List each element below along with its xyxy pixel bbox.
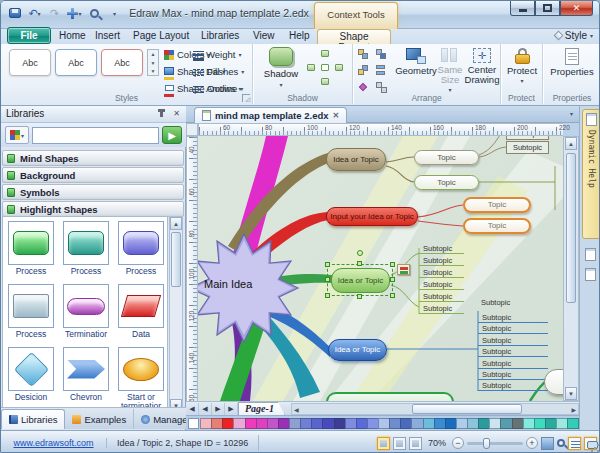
bring-to-front-icon[interactable] (358, 49, 371, 62)
close-panel-icon[interactable]: ✕ (170, 108, 183, 120)
shadow-button[interactable]: Shadow ▾ (258, 47, 304, 99)
dashes-button[interactable]: Dashes▾ (193, 66, 244, 77)
green-subtopic[interactable]: Subtopic (419, 291, 464, 302)
help-page-icon[interactable] (585, 248, 596, 261)
scroll-up-icon[interactable]: ▲ (565, 137, 577, 150)
blue-subtopic[interactable]: Subtopic (478, 323, 548, 334)
blue-subtopic[interactable]: Subtopic (478, 346, 548, 357)
redo-icon[interactable]: ↷ (46, 5, 63, 21)
selection-handle[interactable] (390, 293, 395, 298)
node-topic-2[interactable]: Topic (414, 175, 479, 190)
tab-insert[interactable]: Insert (89, 29, 126, 44)
node-idea-or-topic-tan[interactable]: Idea or Topic (326, 148, 386, 171)
library-go-button[interactable]: ▶ (162, 126, 182, 144)
tab-libraries-panel[interactable]: Libraries (1, 409, 65, 429)
scrollbar-thumb[interactable] (566, 153, 576, 303)
scroll-up-icon[interactable]: ▲ (151, 51, 156, 57)
node-input-idea-topic[interactable]: Input your Idea or Topic (326, 207, 418, 226)
selection-handle[interactable] (390, 262, 395, 267)
properties-button[interactable]: Properties (547, 48, 597, 77)
section-symbols[interactable]: Symbols (2, 184, 184, 200)
print-preview-icon[interactable] (86, 5, 103, 21)
help-page-icon[interactable] (585, 268, 596, 281)
blue-subtopic[interactable]: Subtopic (478, 335, 548, 346)
section-highlight-shapes[interactable]: Highlight Shapes (2, 201, 184, 217)
node-topic-3[interactable]: Topic (463, 197, 531, 213)
rotation-handle[interactable] (357, 250, 363, 256)
node-topic-4[interactable]: Topic (463, 218, 531, 234)
section-mind-shapes[interactable]: Mind Shapes (2, 150, 184, 166)
page-break-view-icon[interactable] (393, 437, 406, 450)
group-icon[interactable] (376, 65, 389, 78)
section-background[interactable]: Background (2, 167, 184, 183)
node-idea-or-topic-blue[interactable]: Idea or Topic (328, 339, 387, 361)
library-search-input[interactable] (32, 127, 159, 144)
blue-subtopic-header[interactable]: Subtopic (481, 298, 510, 307)
maximize-button[interactable] (535, 1, 560, 16)
library-menu-button[interactable]: ▾ (5, 126, 29, 144)
same-size-button[interactable]: Same Size ▾ (435, 48, 465, 93)
scroll-down-icon[interactable]: ▼ (565, 387, 577, 400)
gallery-scrollbar[interactable]: ▲ ▼ (169, 216, 183, 413)
tab-home[interactable]: Home (53, 29, 92, 44)
save-icon[interactable] (6, 5, 23, 21)
tab-list-icon[interactable]: ▾ (570, 110, 573, 117)
tab-shape-format[interactable]: Shape Format (317, 29, 391, 44)
selection-handle[interactable] (357, 261, 362, 266)
blue-subtopic[interactable]: Subtopic (478, 312, 548, 323)
last-page-icon[interactable]: ▶ (225, 403, 238, 415)
canvas-vscrollbar[interactable]: ▲ ▼ (563, 136, 579, 401)
node-white-pill-clipped[interactable] (544, 369, 563, 395)
edrawsoft-link[interactable]: www.edrawsoft.com (1, 438, 107, 448)
zoom-tool-icon[interactable] (557, 439, 565, 447)
no-fill-swatch[interactable] (188, 418, 199, 429)
protect-button[interactable]: Protect ▾ (505, 48, 539, 84)
undo-icon[interactable]: ↶▾ (26, 5, 43, 21)
resize-grip[interactable] (590, 443, 600, 453)
style-sample-2[interactable]: Abc (55, 49, 97, 76)
style-gallery-scroll[interactable]: ▲ ▼ ▼ (147, 49, 159, 76)
minimize-button[interactable] (510, 1, 535, 16)
zoom-out-icon[interactable]: − (452, 437, 464, 449)
shape-process-gray[interactable] (8, 284, 54, 328)
normal-view-icon[interactable] (377, 437, 390, 450)
arrows-button[interactable]: Arrows▾ (193, 83, 242, 94)
pan-tool-icon[interactable]: ▾ (66, 5, 83, 21)
node-green-rect-clipped[interactable] (326, 392, 454, 401)
style-sample-1[interactable]: Abc (9, 49, 51, 76)
selection-handle[interactable] (357, 294, 362, 299)
blue-subtopic[interactable]: Subtopic (478, 358, 548, 369)
shape-process-teal[interactable] (63, 221, 109, 265)
weight-button[interactable]: Weight▾ (193, 49, 241, 60)
align-icon[interactable] (376, 49, 389, 62)
green-subtopic[interactable]: Subtopic (419, 279, 464, 290)
scroll-left-icon[interactable]: ◀ (294, 406, 299, 413)
selection-handle[interactable] (390, 277, 395, 282)
shape-process-green[interactable] (8, 221, 54, 265)
blue-subtopic[interactable]: Subtopic (478, 380, 548, 391)
green-subtopic[interactable]: Subtopic (419, 255, 464, 266)
zoom-in-icon[interactable]: + (526, 437, 538, 449)
quick-format-widget[interactable] (397, 264, 410, 275)
selection-handle[interactable] (325, 277, 330, 282)
canvas-hscrollbar[interactable]: ◀ ▶ (291, 403, 579, 415)
shape-start-terminator[interactable] (118, 347, 164, 391)
gallery-more-icon[interactable]: ▼ (151, 68, 156, 74)
scroll-right-icon[interactable]: ▶ (571, 406, 576, 413)
page-tab[interactable]: Page-1 (238, 402, 285, 415)
close-button[interactable]: ✕ (560, 1, 593, 16)
style-sample-3[interactable]: Abc (101, 49, 143, 76)
drawing-canvas[interactable]: Idea or Topic Topic Topic Subtopic Subto… (198, 136, 563, 401)
geometry-button[interactable]: Geometry (397, 48, 435, 76)
scrollbar-thumb[interactable] (412, 404, 522, 414)
dynamic-help-tab[interactable]: Dynamic Help (582, 109, 600, 239)
green-subtopic[interactable]: Subtopic (419, 303, 464, 314)
scroll-up-icon[interactable]: ▲ (170, 217, 182, 230)
zoom-slider-thumb[interactable] (483, 438, 490, 449)
close-document-icon[interactable]: ✕ (333, 111, 340, 120)
shape-process-purple[interactable] (118, 221, 164, 265)
blue-subtopic[interactable]: Subtopic (478, 369, 548, 380)
tab-libraries[interactable]: Libraries (195, 29, 245, 44)
scroll-down-icon[interactable]: ▼ (151, 60, 156, 66)
tab-page-layout[interactable]: Page Layout (127, 29, 195, 44)
